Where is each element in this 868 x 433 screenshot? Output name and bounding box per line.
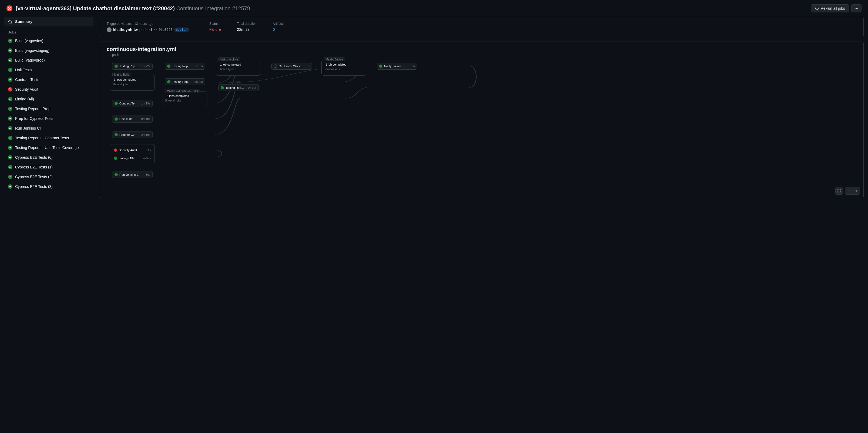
workflow-graph-panel: continuous-integration.yml on: push [100,41,864,198]
job-label: Cypress E2E Tests (3) [15,185,53,189]
matrix-build-group[interactable]: Matrix: Build 3 jobs completed Show all … [110,75,155,91]
sidebar-job-item[interactable]: Security Audit [4,85,93,94]
job-status-icon [8,185,12,189]
workflow-header: [va-virtual-agent#363] Update chatbot di… [0,0,868,17]
job-label: Cypress E2E Tests (0) [15,155,53,160]
sidebar-job-item[interactable]: Build (vagovdev) [4,36,93,45]
rerun-all-button[interactable]: Re-run all jobs [811,4,849,12]
node-get-latest[interactable]: Get Latest Workflow Run N…0s [272,63,312,70]
job-status-icon [8,175,12,179]
job-status-icon [8,77,12,82]
sidebar-job-item[interactable]: Cypress E2E Tests (2) [4,172,93,182]
status-label: Status [209,22,221,26]
sidebar-summary[interactable]: Summary [4,17,93,27]
sidebar-job-item[interactable]: Cypress E2E Tests (1) [4,162,93,172]
artifacts-label: Artifacts [273,22,284,26]
sidebar-job-item[interactable]: Prep for Cypress Tests [4,114,93,123]
node-unit-tests[interactable]: Unit Tests8m 10s [112,115,153,123]
summary-icon [8,20,12,24]
sidebar-job-item[interactable]: Run Jenkins CI [4,123,93,133]
workflow-graph[interactable]: Testing Reports Prep1m 22s Matrix: Build… [107,60,857,192]
job-label: Build (vagovdev) [15,39,43,43]
job-label: Prep for Cypress Tests [15,116,53,121]
triggered-label: Triggered via push 13 hours ago [107,22,193,26]
minus-icon [847,189,851,193]
status-fail-icon [6,5,12,11]
svg-point-0 [855,8,856,9]
plus-icon [855,189,858,193]
fullscreen-button[interactable] [835,187,843,195]
sidebar-job-item[interactable]: Linting (All) [4,94,93,104]
job-status-icon [8,48,12,53]
job-status-icon [8,107,12,111]
job-status-icon [8,165,12,169]
svg-point-3 [155,29,156,30]
more-actions-button[interactable] [851,4,862,12]
job-label: Build (vagovprod) [15,58,45,62]
node-security-linting-group: Security Audit11s Linting (All)3m 59s [110,144,155,164]
node-testing-reports-prep[interactable]: Testing Reports Prep1m 22s [112,63,153,70]
sidebar-job-item[interactable]: Contract Tests [4,75,93,85]
job-label: Unit Tests [15,68,32,72]
workflow-title: [va-virtual-agent#363] Update chatbot di… [16,5,250,11]
sidebar-job-item[interactable]: Testing Reports Prep [4,104,93,114]
job-status-icon [8,39,12,43]
sidebar-job-item[interactable]: Build (vagovprod) [4,55,93,65]
commit-icon [153,28,157,32]
job-label: Security Audit [15,87,38,92]
node-linting[interactable]: Linting (All)3m 59s [112,155,153,162]
duration-label: Total duration [237,22,256,26]
job-label: Linting (All) [15,97,34,101]
node-tr-contract[interactable]: Testing Reports - Contr…1m 3s [165,63,205,70]
job-label: Testing Reports - Unit Tests Coverage [15,145,79,150]
sidebar-jobs-header: Jobs [4,27,93,36]
status-value: Failure [209,27,221,32]
node-contract-tests[interactable]: Contract Tests1m 19s [112,100,153,107]
job-status-icon [8,136,12,140]
node-security-audit[interactable]: Security Audit11s [112,146,153,154]
node-prep-cypress[interactable]: Prep for Cypress Tests2m 19s [112,131,153,138]
meta-panel: Triggered via push 13 hours ago khathuyn… [100,17,864,37]
sidebar-job-item[interactable]: Testing Reports - Unit Tests Coverage [4,143,93,153]
workflow-trigger-sub: on: push [107,53,857,57]
sidebar-job-item[interactable]: Cypress E2E Tests (0) [4,153,93,162]
node-notify-failure[interactable]: Notify Failure8s [377,63,417,70]
node-run-jenkins[interactable]: Run Jenkins CI36s [112,171,153,178]
actor-avatar[interactable] [107,27,112,32]
sync-icon [815,6,819,10]
artifacts-link[interactable]: 6 [273,27,275,32]
job-label: Testing Reports - Contract Tests [15,136,69,140]
kebab-icon [854,6,859,10]
actor-link[interactable]: khathuynh-tw [113,28,138,32]
matrix-deploy-group[interactable]: Matrix: Deploy 1 job completed Show all … [321,60,366,75]
job-status-icon [8,68,12,72]
job-status-icon [8,126,12,130]
graph-edges [107,60,857,192]
sidebar: Summary Jobs Build (vagovdev)Build (vago… [4,17,93,198]
job-label: Build (vagovstaging) [15,48,50,53]
commit-sha-link[interactable]: 9fa8620 [159,28,173,32]
zoom-out-button[interactable] [845,187,852,195]
matrix-archive-group[interactable]: Matrix: Archive 1 job completed Show all… [216,60,261,75]
zoom-in-button[interactable] [852,187,860,195]
job-label: Cypress E2E Tests (2) [15,175,53,179]
job-label: Contract Tests [15,77,39,82]
svg-point-2 [858,8,858,9]
branch-tag[interactable]: master [174,28,189,32]
duration-value: 22m 2s [237,27,256,32]
sidebar-job-item[interactable]: Build (vagovstaging) [4,45,93,55]
zoom-controls [835,187,860,195]
matrix-cypress-group[interactable]: Matrix: Cypress E2E Tests 8 jobs complet… [162,91,208,107]
node-tr-unit[interactable]: Testing Reports - Unit …1m 10s [165,78,205,85]
job-status-icon [8,58,12,62]
workflow-file-title[interactable]: continuous-integration.yml [107,46,857,53]
sidebar-job-item[interactable]: Unit Tests [4,65,93,75]
sidebar-job-item[interactable]: Testing Reports - Contract Tests [4,133,93,143]
sidebar-job-item[interactable]: Cypress E2E Tests (3) [4,182,93,191]
job-label: Cypress E2E Tests (1) [15,165,53,169]
fullscreen-icon [837,189,841,193]
svg-point-1 [856,8,857,9]
job-status-icon [8,116,12,121]
node-tr-cypress[interactable]: Testing Reports - Cypr…1m 11s [218,84,259,91]
job-label: Run Jenkins CI [15,126,41,130]
